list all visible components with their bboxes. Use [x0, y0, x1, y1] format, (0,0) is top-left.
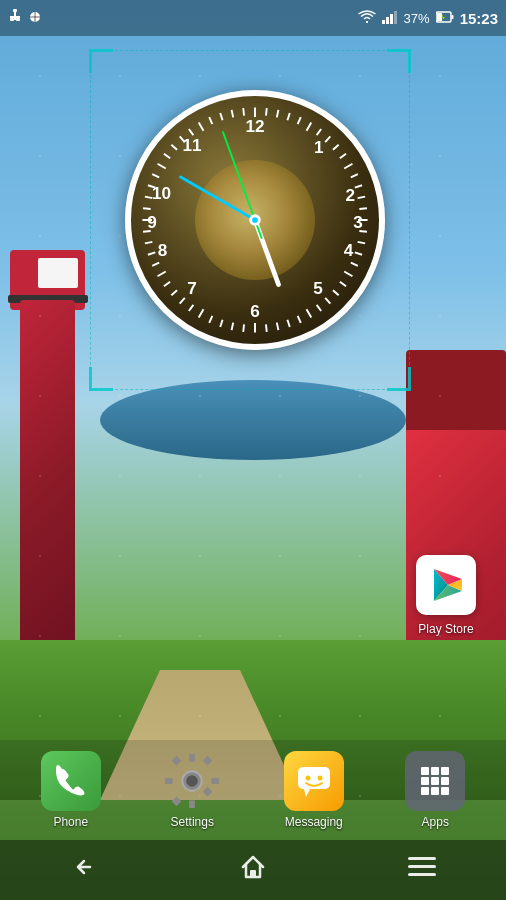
play-store-label: Play Store: [418, 622, 473, 636]
svg-line-22: [325, 136, 330, 142]
apps-label: Apps: [422, 815, 449, 829]
usb-icon: [8, 9, 22, 28]
svg-point-95: [186, 775, 198, 787]
status-left-icons: [8, 9, 42, 28]
settings-icon: [162, 751, 222, 811]
svg-line-27: [355, 185, 362, 187]
play-store-bg: [416, 555, 476, 615]
svg-line-33: [355, 252, 362, 254]
phone-icon: [41, 751, 101, 811]
bottom-dock: Phone Settings: [0, 740, 506, 840]
svg-rect-106: [421, 787, 429, 795]
svg-line-44: [266, 324, 267, 332]
dock-item-apps[interactable]: Apps: [395, 751, 475, 829]
svg-line-47: [232, 323, 234, 330]
svg-marker-97: [304, 789, 310, 797]
menu-button[interactable]: [408, 856, 436, 884]
svg-line-39: [317, 305, 321, 311]
corner-tl: [89, 49, 113, 73]
time-display: 15:23: [460, 10, 498, 27]
svg-text:10: 10: [152, 183, 171, 203]
battery-icon: [436, 10, 454, 26]
corner-tr: [387, 49, 411, 73]
svg-line-56: [152, 263, 159, 266]
back-button[interactable]: [70, 853, 98, 887]
apps-icon: [405, 751, 465, 811]
svg-line-89: [223, 132, 255, 220]
svg-line-71: [209, 117, 212, 124]
svg-text:6: 6: [250, 301, 260, 321]
messaging-icon: [284, 751, 344, 811]
play-store-icon[interactable]: Play Store: [406, 555, 486, 637]
dock-item-phone[interactable]: Phone: [31, 751, 111, 829]
svg-rect-13: [437, 13, 442, 21]
svg-line-18: [287, 113, 289, 120]
svg-rect-11: [394, 11, 397, 24]
svg-rect-103: [421, 777, 429, 785]
svg-line-37: [333, 290, 339, 295]
svg-rect-4: [16, 18, 20, 21]
svg-rect-100: [421, 767, 429, 775]
svg-rect-112: [408, 873, 436, 876]
svg-line-20: [307, 123, 312, 131]
status-bar: 37% 15:23: [0, 0, 506, 36]
svg-line-54: [164, 282, 170, 286]
clock-face: 12 1 2 3 4 5 6 7 8 9 10 11: [125, 90, 385, 350]
svg-line-65: [158, 164, 166, 169]
settings-label: Settings: [171, 815, 214, 829]
svg-line-70: [199, 123, 204, 131]
svg-line-74: [243, 108, 244, 116]
svg-rect-10: [390, 14, 393, 24]
svg-line-57: [148, 252, 155, 254]
svg-line-53: [171, 290, 177, 295]
svg-line-42: [287, 320, 289, 327]
svg-line-36: [340, 282, 346, 286]
svg-rect-111: [408, 865, 436, 868]
svg-text:1: 1: [314, 137, 324, 157]
svg-line-49: [209, 316, 212, 323]
svg-text:9: 9: [147, 212, 157, 232]
svg-line-46: [243, 324, 244, 332]
svg-rect-0: [13, 9, 17, 12]
svg-point-99: [317, 776, 322, 781]
svg-rect-3: [10, 18, 14, 21]
svg-line-29: [359, 208, 367, 209]
svg-rect-105: [441, 777, 449, 785]
svg-line-32: [358, 242, 365, 244]
svg-text:8: 8: [158, 240, 168, 260]
svg-rect-2: [10, 16, 20, 18]
svg-rect-104: [431, 777, 439, 785]
svg-text:7: 7: [187, 278, 197, 298]
svg-text:2: 2: [346, 185, 356, 205]
svg-point-92: [252, 217, 258, 223]
phone-label: Phone: [53, 815, 88, 829]
dock-item-settings[interactable]: Settings: [152, 751, 232, 829]
svg-rect-8: [382, 20, 385, 24]
svg-rect-7: [30, 16, 40, 18]
svg-rect-107: [431, 787, 439, 795]
svg-line-17: [277, 110, 279, 117]
svg-line-88: [181, 177, 255, 220]
svg-line-16: [266, 108, 267, 116]
svg-line-19: [298, 117, 301, 124]
clock-svg: 12 1 2 3 4 5 6 7 8 9 10 11: [131, 96, 379, 344]
svg-line-38: [325, 298, 330, 304]
svg-line-43: [277, 323, 279, 330]
wifi-icon: [358, 10, 376, 27]
svg-line-23: [333, 145, 339, 150]
corner-br: [387, 367, 411, 391]
svg-line-61: [143, 208, 151, 209]
svg-text:4: 4: [344, 240, 354, 260]
svg-line-25: [344, 164, 352, 169]
svg-line-35: [344, 272, 352, 277]
svg-text:3: 3: [353, 212, 363, 232]
svg-rect-9: [386, 17, 389, 24]
nav-bar: [0, 840, 506, 900]
home-button[interactable]: [239, 853, 267, 887]
svg-line-55: [158, 272, 166, 277]
clock-widget[interactable]: 12 1 2 3 4 5 6 7 8 9 10 11: [110, 75, 400, 365]
dock-item-messaging[interactable]: Messaging: [274, 751, 354, 829]
svg-rect-102: [441, 767, 449, 775]
svg-text:5: 5: [313, 278, 323, 298]
svg-line-28: [358, 197, 365, 199]
